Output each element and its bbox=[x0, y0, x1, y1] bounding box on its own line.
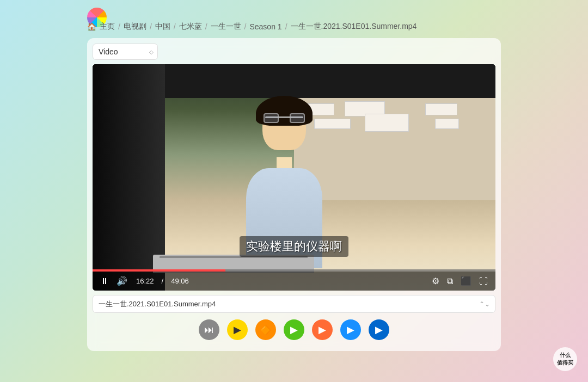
subtitle-text: 实验楼里的仪器啊 bbox=[240, 236, 348, 257]
video-player[interactable]: 实验楼里的仪器啊 ⏸ 🔊 16:22 / 49:06 bbox=[93, 64, 495, 291]
controls-right: ⚙ ⧉ ⬛ ⛶ bbox=[431, 275, 489, 287]
breadcrumb-tv[interactable]: 电视剧 bbox=[124, 22, 146, 32]
breadcrumb-home[interactable]: 主页 bbox=[100, 22, 115, 32]
file-select-row: 一生一世.2021.S01E01.Summer.mp4 bbox=[93, 295, 495, 313]
video-type-select[interactable]: VideoAudioSubtitles bbox=[93, 44, 158, 60]
file-select[interactable]: 一生一世.2021.S01E01.Summer.mp4 bbox=[93, 295, 495, 313]
volume-icon: 🔊 bbox=[117, 276, 127, 286]
video-scene: 实验楼里的仪器啊 bbox=[93, 64, 495, 291]
breadcrumb-sep5: / bbox=[244, 22, 247, 31]
pause-icon: ⏸ bbox=[100, 276, 109, 286]
breadcrumb-studio[interactable]: 七米蓝 bbox=[179, 22, 202, 32]
settings-button[interactable]: ⚙ bbox=[431, 275, 440, 287]
vlc-icon-btn[interactable]: 🔶 bbox=[255, 319, 276, 340]
glasses-left bbox=[264, 113, 279, 123]
theater-button[interactable]: ⬛ bbox=[460, 275, 473, 287]
pip-icon: ⧉ bbox=[447, 276, 453, 286]
breadcrumb-sep3: / bbox=[174, 22, 176, 31]
watermark: 什么值得买 bbox=[553, 347, 577, 371]
breadcrumb-sep2: / bbox=[150, 22, 152, 31]
breadcrumb-sep6: / bbox=[285, 22, 287, 31]
settings-icon: ⚙ bbox=[432, 276, 439, 286]
person-neck bbox=[277, 157, 292, 168]
breadcrumb-sep1: / bbox=[118, 22, 120, 31]
theater-icon: ⬛ bbox=[461, 276, 471, 286]
person-head bbox=[262, 101, 306, 150]
youku-icon-btn[interactable]: ▶ bbox=[312, 319, 333, 340]
breadcrumb: 🏠 主页 / 电视剧 / 中国 / 七米蓝 / 一生一世 / Season 1 … bbox=[87, 22, 416, 32]
controls-row: ⏸ 🔊 16:22 / 49:06 ⚙ ⧉ bbox=[93, 272, 495, 291]
file-select-wrapper[interactable]: 一生一世.2021.S01E01.Summer.mp4 bbox=[93, 295, 495, 313]
total-time: 49:06 bbox=[171, 277, 189, 285]
watermark-text: 什么值得买 bbox=[557, 352, 573, 367]
potplayer-icon-btn[interactable]: ▶ bbox=[227, 319, 248, 340]
pause-button[interactable]: ⏸ bbox=[99, 275, 110, 287]
video-type-select-wrapper[interactable]: VideoAudioSubtitles bbox=[93, 44, 158, 60]
mgtv-icon-btn[interactable]: ▶ bbox=[340, 319, 361, 340]
fullscreen-button[interactable]: ⛶ bbox=[478, 275, 489, 287]
current-time: 16:22 bbox=[136, 277, 154, 285]
time-separator: / bbox=[162, 277, 164, 285]
video-select-row: VideoAudioSubtitles bbox=[93, 44, 495, 60]
fullscreen-icon: ⛶ bbox=[479, 276, 488, 286]
breadcrumb-season[interactable]: Season 1 bbox=[249, 22, 281, 31]
home-icon: 🏠 bbox=[87, 22, 96, 31]
player-icons-row: ⏭ ▶ 🔶 ▶ ▶ ▶ ▶ bbox=[93, 319, 495, 346]
breadcrumb-sep4: / bbox=[205, 22, 207, 31]
pip-button[interactable]: ⧉ bbox=[446, 275, 454, 287]
skip-icon-btn[interactable]: ⏭ bbox=[199, 319, 219, 340]
breadcrumb-china[interactable]: 中国 bbox=[155, 22, 170, 32]
breadcrumb-file[interactable]: 一生一世.2021.S01E01.Summer.mp4 bbox=[291, 22, 417, 32]
glasses-right bbox=[290, 113, 305, 123]
volume-button[interactable]: 🔊 bbox=[115, 275, 128, 287]
video-frame: 实验楼里的仪器啊 ⏸ 🔊 16:22 / 49:06 bbox=[93, 64, 495, 291]
iqiyi-icon-btn[interactable]: ▶ bbox=[284, 319, 304, 340]
bilibili-icon-btn[interactable]: ▶ bbox=[369, 319, 389, 340]
main-container: VideoAudioSubtitles bbox=[87, 38, 501, 351]
person-area bbox=[93, 64, 495, 291]
video-controls-overlay: ⏸ 🔊 16:22 / 49:06 ⚙ ⧉ bbox=[93, 269, 495, 291]
breadcrumb-show[interactable]: 一生一世 bbox=[211, 22, 241, 32]
